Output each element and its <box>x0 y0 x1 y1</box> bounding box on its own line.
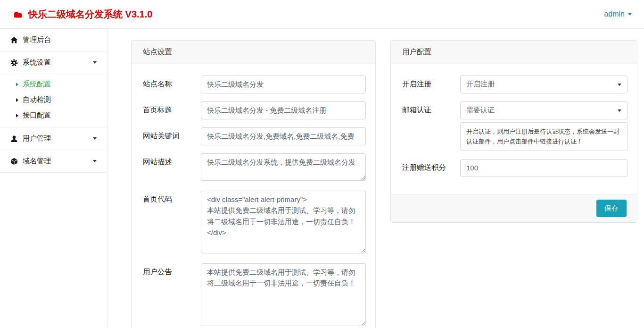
sidebar-item-domain-management[interactable]: 域名管理 <box>0 150 107 173</box>
register-points-input[interactable] <box>460 159 627 177</box>
user-icon <box>10 135 18 143</box>
form-row-site-name: 站点名称 <box>143 76 366 93</box>
site-settings-panel: 站点设置 站点名称 首页标题 网站关键词 <box>131 40 376 328</box>
caret-right-icon <box>16 98 18 102</box>
announcement-label: 用户公告 <box>143 263 201 277</box>
user-menu[interactable]: admin <box>604 10 632 18</box>
user-config-panel: 用户配置 开启注册 开启注册 邮箱认证 需要认证 <box>390 40 637 223</box>
caret-down-icon <box>93 137 97 140</box>
user-config-footer: 保存 <box>391 194 637 222</box>
user-config-panel-title: 用户配置 <box>391 41 637 64</box>
site-settings-panel-title: 站点设置 <box>132 41 375 64</box>
form-row-email-verify: 邮箱认证 需要认证 开启认证，则用户注册后是待认证状态，系统会发送一封认证邮件，… <box>402 101 627 151</box>
email-verify-help: 开启认证，则用户注册后是待认证状态，系统会发送一封认证邮件，用户点击邮件中链接进… <box>460 122 627 151</box>
announcement-textarea[interactable] <box>201 263 366 326</box>
caret-right-icon <box>16 83 18 86</box>
sidebar-subitem-api-config[interactable]: 接口配置 <box>0 108 107 123</box>
sidebar-item-user-management[interactable]: 用户管理 <box>0 127 107 150</box>
email-verify-select[interactable]: 需要认证 <box>460 101 627 119</box>
caret-down-icon <box>93 61 97 64</box>
description-textarea[interactable] <box>201 153 366 181</box>
caret-down-icon <box>618 84 621 86</box>
register-select[interactable]: 开启注册 <box>460 76 627 93</box>
caret-down-icon <box>93 160 97 162</box>
sidebar-subitem-system-config[interactable]: 系统配置 <box>0 76 107 92</box>
top-navbar: 快乐二级域名分发系统 V3.1.0 admin <box>0 0 644 29</box>
email-verify-label: 邮箱认证 <box>402 101 460 115</box>
user-config-form: 开启注册 开启注册 邮箱认证 需要认证 <box>391 64 637 194</box>
user-menu-label: admin <box>604 10 625 18</box>
caret-down-icon <box>628 13 632 16</box>
home-title-input[interactable] <box>201 101 366 119</box>
brand[interactable]: 快乐二级域名分发系统 V3.1.0 <box>12 8 152 21</box>
cube-icon <box>10 158 18 165</box>
home-icon <box>10 36 18 44</box>
form-row-home-code: 首页代码 <box>143 191 366 255</box>
form-row-register: 开启注册 开启注册 <box>402 76 627 93</box>
sidebar-item-label: 域名管理 <box>23 157 51 166</box>
register-points-label: 注册赠送积分 <box>402 159 460 173</box>
caret-right-icon <box>16 114 18 118</box>
gear-icon <box>10 59 18 67</box>
sidebar-subitem-auto-detect[interactable]: 自动检测 <box>0 92 107 108</box>
home-code-label: 首页代码 <box>143 191 201 204</box>
form-row-home-title: 首页标题 <box>143 101 366 119</box>
email-verify-select-value: 需要认证 <box>466 106 495 114</box>
register-label: 开启注册 <box>402 76 460 89</box>
home-code-textarea[interactable] <box>201 191 366 253</box>
home-title-label: 首页标题 <box>143 101 201 115</box>
form-row-register-points: 注册赠送积分 <box>402 159 627 177</box>
form-row-keywords: 网站关键词 <box>143 127 366 145</box>
main-content: 站点设置 站点名称 首页标题 网站关键词 <box>107 29 644 328</box>
site-name-input[interactable] <box>201 76 366 93</box>
sidebar-subitem-label: 系统配置 <box>23 80 51 89</box>
caret-down-icon <box>618 109 621 112</box>
sidebar-item-label: 用户管理 <box>23 134 51 143</box>
site-name-label: 站点名称 <box>143 76 201 89</box>
cloud-icon <box>12 10 24 18</box>
keywords-label: 网站关键词 <box>143 127 201 141</box>
site-settings-form: 站点名称 首页标题 网站关键词 <box>132 64 375 328</box>
sidebar-item-label: 管理后台 <box>23 35 51 44</box>
form-row-announcement: 用户公告 <box>143 263 366 328</box>
sidebar-subitem-label: 接口配置 <box>23 111 51 120</box>
description-label: 网站描述 <box>143 153 201 167</box>
sidebar-item-label: 系统设置 <box>23 58 51 67</box>
sidebar: 管理后台 系统设置 系统配置 自动检测 <box>0 29 107 328</box>
system-settings-submenu: 系统配置 自动检测 接口配置 <box>0 74 107 127</box>
app-title: 快乐二级域名分发系统 V3.1.0 <box>28 8 152 21</box>
sidebar-item-system-settings[interactable]: 系统设置 <box>0 51 107 74</box>
form-row-description: 网站描述 <box>143 153 366 183</box>
keywords-input[interactable] <box>201 127 366 145</box>
save-button[interactable]: 保存 <box>596 200 627 217</box>
register-select-value: 开启注册 <box>466 80 495 88</box>
sidebar-subitem-label: 自动检测 <box>23 95 51 104</box>
sidebar-item-dashboard[interactable]: 管理后台 <box>0 29 107 51</box>
